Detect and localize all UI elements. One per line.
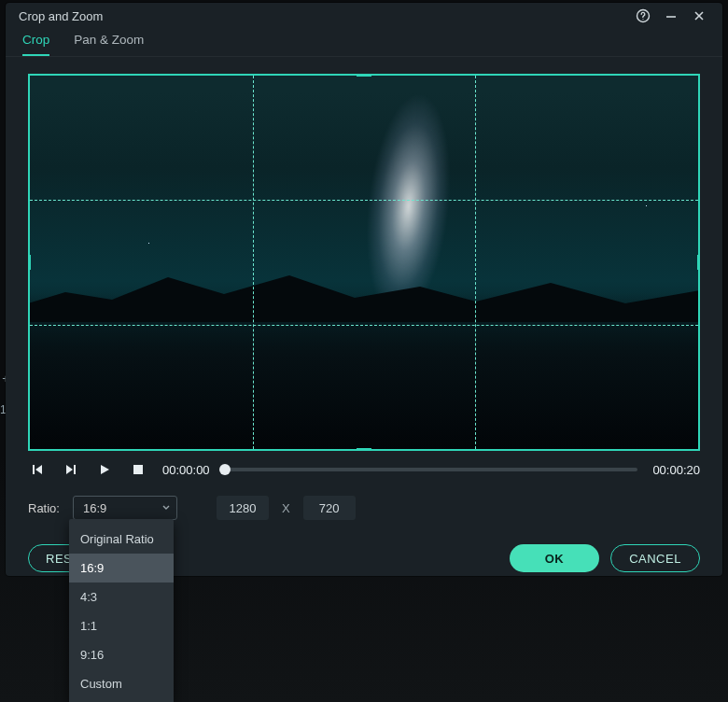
ok-button-label: OK — [545, 552, 565, 566]
stop-button[interactable] — [129, 460, 147, 479]
prev-frame-icon — [31, 463, 44, 476]
ratio-row: Ratio: 16:9 1280 X 720 — [6, 479, 722, 520]
play-icon — [98, 463, 111, 476]
ratio-option-custom[interactable]: Custom — [69, 669, 174, 698]
ratio-option-9-16[interactable]: 9:16 — [69, 640, 174, 669]
help-button[interactable] — [629, 3, 657, 29]
ratio-label: Ratio: — [28, 501, 60, 515]
ok-button[interactable]: OK — [510, 544, 599, 572]
total-time: 00:00:20 — [652, 463, 700, 477]
ratio-option-4-3[interactable]: 4:3 — [69, 583, 174, 611]
prev-frame-button[interactable] — [28, 460, 47, 479]
seek-bar[interactable] — [225, 468, 638, 471]
play-button[interactable] — [95, 460, 114, 479]
minimize-icon — [665, 9, 678, 22]
seek-knob[interactable] — [219, 464, 231, 475]
cancel-button-label: CANCEL — [629, 552, 681, 566]
next-frame-icon — [64, 463, 77, 476]
stop-icon — [133, 464, 144, 475]
ratio-select-value: 16:9 — [83, 501, 106, 515]
ratio-option-16-9[interactable]: 16:9 — [69, 554, 174, 583]
ratio-option-1-1[interactable]: 1:1 — [69, 611, 174, 640]
current-time: 00:00:00 — [162, 463, 210, 477]
help-icon — [636, 8, 651, 23]
titlebar: Crop and Zoom — [6, 3, 722, 29]
tabs: Crop Pan & Zoom — [6, 29, 722, 57]
minimize-button[interactable] — [657, 3, 685, 29]
dimension-separator: X — [282, 501, 290, 515]
preview-area — [6, 57, 722, 451]
svg-rect-7 — [133, 465, 143, 474]
svg-rect-5 — [33, 465, 35, 474]
width-input[interactable]: 1280 — [217, 496, 269, 520]
svg-rect-6 — [74, 465, 76, 474]
ratio-option-original[interactable]: Original Ratio — [69, 525, 174, 554]
svg-point-1 — [642, 19, 643, 20]
close-button[interactable] — [685, 3, 713, 29]
chevron-down-icon — [161, 501, 171, 515]
next-frame-button[interactable] — [62, 460, 80, 479]
transport-bar: 00:00:00 00:00:20 — [6, 451, 722, 479]
ratio-select[interactable]: 16:9 — [73, 496, 177, 520]
crop-zoom-dialog: Crop and Zoom Crop Pan & Zoom — [6, 3, 722, 576]
window-title: Crop and Zoom — [19, 9, 103, 23]
height-input[interactable]: 720 — [303, 496, 356, 520]
tab-crop[interactable]: Crop — [22, 33, 49, 56]
close-icon — [693, 9, 706, 22]
cancel-button[interactable]: CANCEL — [610, 544, 700, 572]
video-preview[interactable] — [28, 74, 700, 451]
tab-pan-zoom[interactable]: Pan & Zoom — [74, 33, 144, 54]
preview-image-foreground — [28, 292, 700, 451]
ratio-dropdown[interactable]: Original Ratio 16:9 4:3 1:1 9:16 Custom — [69, 519, 174, 702]
